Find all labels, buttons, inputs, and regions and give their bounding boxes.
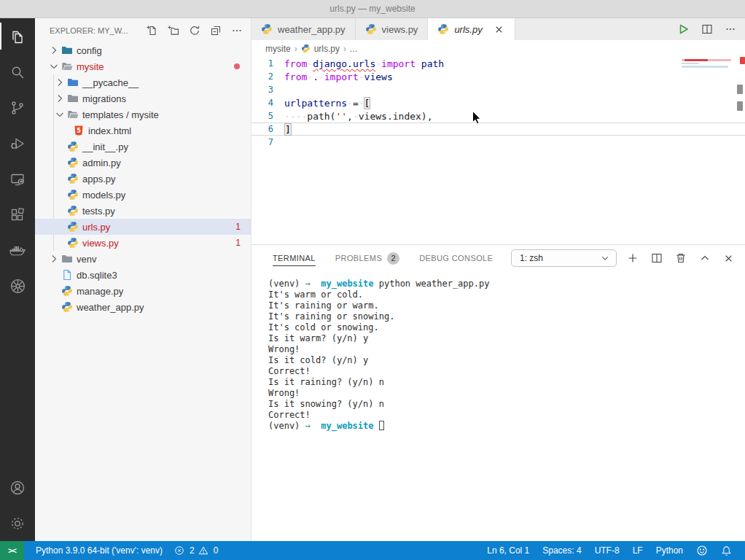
debug-console-tab[interactable]: DEBUG CONSOLE — [419, 245, 493, 271]
tree-item-init-py[interactable]: __init__.py — [35, 139, 251, 155]
new-folder-button[interactable] — [167, 24, 180, 37]
close-icon[interactable] — [494, 23, 505, 35]
folder-icon — [67, 93, 79, 104]
status-label: Ln 6, Col 1 — [487, 545, 529, 556]
tree-item-db-sqlite3[interactable]: db.sqlite3 — [35, 267, 251, 283]
chevron-spacer — [54, 173, 66, 184]
error-icon — [174, 545, 184, 556]
tweet-feedback-button[interactable] — [690, 541, 714, 560]
activity-explorer[interactable] — [0, 18, 35, 54]
new-file-button[interactable] — [146, 24, 159, 37]
tree-item-admin-py[interactable]: admin.py — [35, 155, 251, 171]
split-editor-button[interactable] — [701, 23, 713, 35]
code-line-4[interactable]: 4urlpatterns·=·[ — [251, 96, 745, 109]
refresh-explorer-button[interactable] — [188, 24, 201, 37]
chevron-right-icon[interactable] — [54, 77, 66, 88]
code-token: · — [359, 98, 364, 109]
tree-item-urls-py[interactable]: urls.py1 — [35, 219, 251, 235]
activity-source-control[interactable] — [0, 90, 35, 125]
chevron-spacer — [54, 141, 66, 152]
remote-indicator[interactable]: >< — [0, 541, 24, 560]
breadcrumb-item-[interactable]: ... — [350, 44, 357, 54]
tree-item-migrations[interactable]: migrations — [35, 90, 251, 106]
tree-item-apps-py[interactable]: apps.py — [35, 171, 251, 187]
panel-tab-label: PROBLEMS — [335, 254, 382, 262]
code-line-3[interactable]: 3 — [251, 83, 745, 96]
python-icon — [67, 189, 79, 201]
python-interpreter[interactable]: Python 3.9.0 64-bit ('venv': venv) — [30, 541, 168, 560]
terminal-output[interactable]: (venv) → my_website python weather_app.p… — [251, 271, 745, 541]
code-line-6[interactable]: 6] — [251, 122, 745, 136]
tree-item-config[interactable]: config — [35, 42, 251, 58]
terminal-line: Is it snowing? (y/n) n — [268, 399, 745, 410]
more-editor-actions-button[interactable] — [725, 23, 736, 35]
tree-item-manage-py[interactable]: manage.py — [35, 283, 251, 299]
tree-item-label: migrations — [82, 93, 126, 104]
code-token: from — [284, 58, 307, 69]
chevron-right-icon[interactable] — [54, 93, 66, 104]
tree-item-weather-app-py[interactable]: weather_app.py — [35, 299, 251, 315]
file-icon — [61, 269, 73, 281]
terminal-tab[interactable]: TERMINAL — [273, 245, 316, 271]
activity-docker[interactable] — [0, 233, 35, 268]
new-terminal-button[interactable] — [627, 252, 639, 264]
folder-icon — [61, 253, 73, 265]
tree-item-venv[interactable]: venv — [35, 251, 251, 267]
tree-item-templates-mysite[interactable]: templates / mysite — [35, 106, 251, 122]
breadcrumb-item-urls-py[interactable]: urls.py — [314, 44, 340, 54]
panel-header: TERMINALPROBLEMS2DEBUG CONSOLE 1: zsh — [251, 245, 745, 271]
line-number: 3 — [251, 85, 284, 95]
breadcrumb-item-mysite[interactable]: mysite — [265, 44, 291, 54]
chevron-right-icon[interactable] — [48, 44, 60, 56]
kill-terminal-button[interactable] — [675, 252, 687, 264]
bell-icon — [721, 545, 732, 556]
collapse-folders-button[interactable] — [209, 24, 222, 37]
tree-item-pycache[interactable]: __pycache__ — [35, 74, 251, 90]
activity-account[interactable] — [0, 470, 35, 505]
terminal-shell-select[interactable]: 1: zsh — [511, 249, 617, 267]
status-bar-left: Python 3.9.0 64-bit ('venv': venv)20 — [30, 541, 224, 560]
indentation[interactable]: Spaces: 4 — [537, 541, 587, 560]
activity-remote-explorer[interactable] — [0, 161, 35, 197]
terminal-line: It's raining or snowing. — [268, 311, 745, 322]
language-mode[interactable]: Python — [650, 541, 689, 560]
overview-mark — [737, 101, 743, 111]
tab-views-py[interactable]: views.py — [356, 18, 429, 40]
code-editor[interactable]: 1from·django.urls·import·path2from·.·imp… — [251, 57, 745, 244]
run-python-file-button[interactable] — [676, 23, 690, 36]
chevron-right-icon: › — [343, 44, 346, 54]
tab-urls-py[interactable]: urls.py — [428, 18, 515, 40]
maximize-panel-button[interactable] — [699, 252, 711, 264]
problems-tab[interactable]: PROBLEMS2 — [335, 245, 399, 271]
chevron-down-icon[interactable] — [54, 109, 66, 120]
chevron-right-icon[interactable] — [48, 253, 60, 265]
activity-extensions[interactable] — [0, 197, 35, 233]
eol-sequence[interactable]: LF — [627, 541, 649, 560]
code-line-7[interactable]: 7 — [251, 136, 745, 149]
problems-status[interactable]: 20 — [168, 541, 224, 560]
tree-item-mysite[interactable]: mysite — [35, 58, 251, 74]
activity-search[interactable] — [0, 54, 35, 90]
tree-item-tests-py[interactable]: tests.py — [35, 203, 251, 219]
tree-item-views-py[interactable]: views.py1 — [35, 235, 251, 251]
cursor-position[interactable]: Ln 6, Col 1 — [481, 541, 535, 560]
activity-kubernetes[interactable] — [0, 268, 35, 304]
minimap[interactable] — [682, 58, 734, 72]
close-panel-button[interactable] — [723, 253, 734, 264]
activity-run-debug[interactable] — [0, 125, 35, 161]
code-line-2[interactable]: 2from·.·import·views — [251, 70, 745, 83]
tree-item-index-html[interactable]: 5index.html — [35, 122, 251, 139]
split-terminal-button[interactable] — [651, 252, 663, 264]
chevron-down-icon[interactable] — [48, 61, 60, 72]
terminal-text — [311, 279, 321, 289]
notifications-bell-button[interactable] — [715, 541, 738, 560]
more-actions-button[interactable] — [230, 24, 243, 37]
problems-count-badge: 1 — [235, 222, 241, 232]
tree-item-models-py[interactable]: models.py — [35, 187, 251, 203]
code-line-5[interactable]: 5····path('',·views.index), — [251, 109, 745, 122]
code-line-1[interactable]: 1from·django.urls·import·path — [251, 57, 745, 70]
tab-weather-app-py[interactable]: weather_app.py — [251, 18, 356, 40]
overview-ruler[interactable] — [736, 57, 745, 244]
encoding[interactable]: UTF-8 — [589, 541, 625, 560]
activity-settings[interactable] — [0, 505, 35, 541]
